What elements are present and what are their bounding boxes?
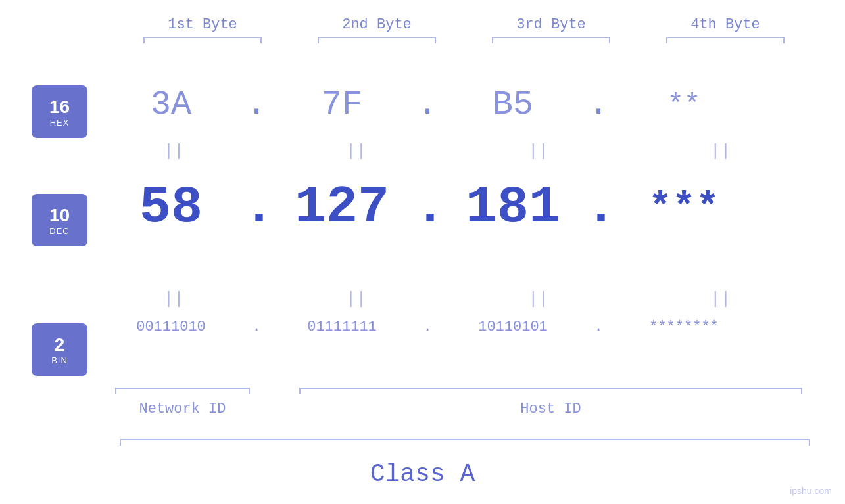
hex-dot-1: .	[243, 85, 270, 124]
bin-dot-3: .	[585, 319, 612, 335]
equals-dec-2: ||	[283, 289, 428, 309]
byte-header-1: 1st Byte	[117, 16, 288, 38]
main-layout: 1st Byte 2nd Byte 3rd Byte 4th Byte 16 H…	[0, 0, 845, 504]
bottom-brackets	[99, 388, 802, 396]
equals-1: ||	[101, 141, 246, 161]
dec-dot-1: .	[243, 177, 270, 237]
byte-bracket-2	[318, 37, 436, 38]
hex-dot-3: .	[585, 85, 612, 124]
bin-value-2: 01111111	[270, 319, 414, 335]
host-id-label: Host ID	[299, 401, 802, 417]
byte-header-3: 3rd Byte	[466, 16, 637, 38]
hex-value-2: 7F	[270, 85, 414, 124]
byte-header-label-4: 4th Byte	[690, 16, 760, 33]
class-bracket	[120, 439, 810, 440]
dec-value-3: 181	[441, 177, 585, 237]
hex-value-1: 3A	[99, 85, 243, 124]
hex-value-3: B5	[441, 85, 585, 124]
equals-3: ||	[466, 141, 611, 161]
equals-dec-4: ||	[648, 289, 793, 309]
bin-row: 00111010 . 01111111 . 10110101 . *******…	[0, 319, 845, 335]
dec-dot-2: .	[414, 177, 441, 237]
class-a-label: Class A	[0, 460, 845, 488]
equals-dec-3: ||	[466, 289, 611, 309]
dec-value-4: ***	[612, 185, 756, 230]
bin-dot-2: .	[414, 319, 441, 335]
bin-value-3: 10110101	[441, 319, 585, 335]
badge-bin-num: 2	[55, 334, 65, 356]
byte-bracket-1	[143, 37, 262, 38]
bin-value-4: ********	[612, 319, 756, 335]
class-a-text: Class A	[370, 460, 475, 488]
dec-row: 58 . 127 . 181 . ***	[0, 177, 845, 237]
byte-header-label-2: 2nd Byte	[342, 16, 412, 33]
hex-value-4: **	[612, 89, 756, 121]
byte-header-label-3: 3rd Byte	[516, 16, 586, 33]
byte-headers-row: 1st Byte 2nd Byte 3rd Byte 4th Byte	[117, 16, 811, 38]
equals-2: ||	[283, 141, 428, 161]
equals-dec-bin-row: || || || ||	[99, 289, 796, 309]
badge-bin-base: BIN	[51, 355, 68, 365]
byte-header-label-1: 1st Byte	[168, 16, 237, 33]
equals-dec-1: ||	[101, 289, 246, 309]
byte-bracket-3	[492, 37, 610, 38]
network-id-label: Network ID	[115, 401, 250, 417]
equals-hex-dec-row: || || || ||	[99, 141, 796, 161]
bin-value-1: 00111010	[99, 319, 243, 335]
equals-4: ||	[648, 141, 793, 161]
hex-row: 3A . 7F . B5 . **	[0, 85, 845, 124]
dec-value-2: 127	[270, 177, 414, 237]
dec-value-1: 58	[99, 177, 243, 237]
dec-dot-3: .	[585, 177, 612, 237]
watermark: ipshu.com	[790, 486, 832, 496]
byte-bracket-4	[666, 37, 785, 38]
byte-header-4: 4th Byte	[640, 16, 811, 38]
byte-header-2: 2nd Byte	[291, 16, 462, 38]
bin-dot-1: .	[243, 319, 270, 335]
hex-dot-2: .	[414, 85, 441, 124]
